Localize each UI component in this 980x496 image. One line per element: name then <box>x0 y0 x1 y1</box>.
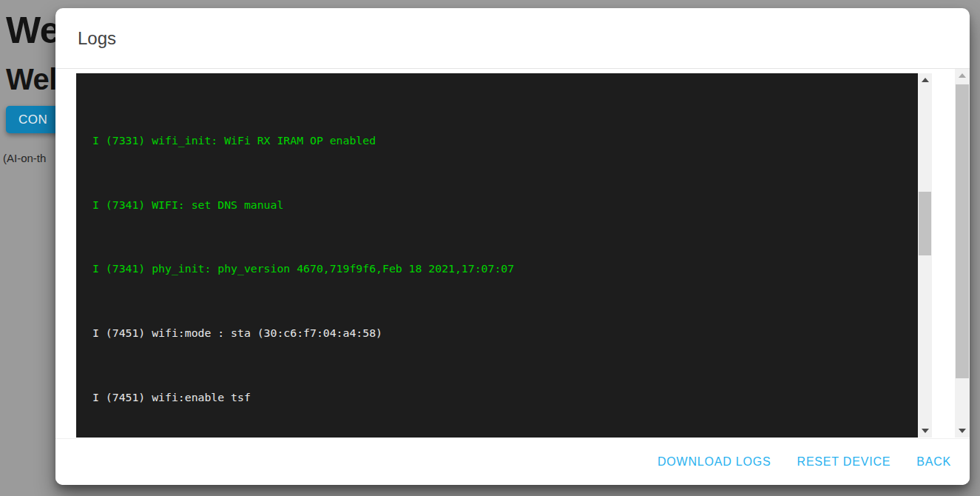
log-lines: I (7331) wifi_init: WiFi RX IRAM OP enab… <box>92 73 918 438</box>
background-title: We <box>6 9 60 52</box>
log-scroll-down-button[interactable] <box>918 424 932 438</box>
reset-device-button[interactable]: RESET DEVICE <box>796 451 893 473</box>
background-note: (AI-on-th <box>3 152 46 164</box>
arrow-up-icon <box>959 73 966 78</box>
log-scroll-up-button[interactable] <box>918 73 932 87</box>
log-line: I (7341) WIFI: set DNS manual <box>92 197 918 213</box>
log-content: I (7331) wifi_init: WiFi RX IRAM OP enab… <box>76 73 918 438</box>
dialog-title: Logs <box>78 28 116 49</box>
dialog-body: I (7331) wifi_init: WiFi RX IRAM OP enab… <box>55 69 970 438</box>
arrow-down-icon <box>959 429 966 433</box>
log-line: I (7451) wifi:mode : sta (30:c6:f7:04:a4… <box>92 325 918 341</box>
download-logs-button[interactable]: DOWNLOAD LOGS <box>656 451 773 473</box>
arrow-down-icon <box>922 429 929 433</box>
background-subtitle: Wel <box>6 63 57 96</box>
dialog-scroll-down-button[interactable] <box>955 424 970 438</box>
dialog-scrollbar[interactable] <box>955 69 970 438</box>
dialog-header: Logs <box>55 8 970 69</box>
log-line: I (7451) wifi:enable tsf <box>92 389 918 406</box>
arrow-up-icon <box>922 78 929 82</box>
back-button[interactable]: BACK <box>915 451 953 473</box>
log-line: I (7341) phy_init: phy_version 4670,719f… <box>92 261 918 277</box>
dialog-footer: DOWNLOAD LOGS RESET DEVICE BACK <box>55 438 970 485</box>
log-scrollbar[interactable] <box>918 73 932 438</box>
logs-dialog: Logs I (7331) wifi_init: WiFi RX IRAM OP… <box>55 8 970 485</box>
dialog-scroll-up-button[interactable] <box>955 69 970 82</box>
log-line: I (7331) wifi_init: WiFi RX IRAM OP enab… <box>92 133 918 149</box>
log-output[interactable]: I (7331) wifi_init: WiFi RX IRAM OP enab… <box>76 73 932 438</box>
dialog-scrollbar-thumb[interactable] <box>956 84 969 378</box>
page-backdrop: We Wel CON (AI-on-th Logs I (7331) wifi_… <box>0 0 980 496</box>
log-scrollbar-thumb[interactable] <box>919 192 931 255</box>
